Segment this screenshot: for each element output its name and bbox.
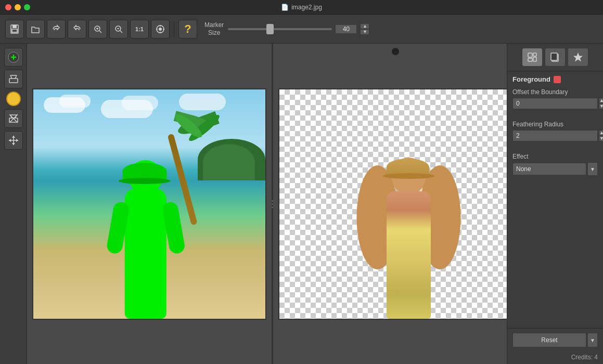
offset-label: Offset the Boundary	[512, 88, 598, 96]
svg-rect-19	[9, 79, 18, 83]
reset-dropdown-button[interactable]: ▼	[587, 333, 598, 347]
offset-up[interactable]: ▲	[599, 98, 603, 103]
svg-line-20	[10, 75, 12, 79]
marker-size-up[interactable]: ▲	[360, 23, 369, 29]
zoom-in-icon	[93, 24, 103, 34]
help-button[interactable]: ?	[178, 20, 197, 38]
extracted-person	[365, 158, 453, 319]
svg-line-21	[15, 75, 17, 79]
feathering-up[interactable]: ▲	[599, 130, 603, 136]
svg-marker-34	[16, 139, 18, 142]
credits-bar: Credits: 4	[507, 352, 603, 364]
toolbar-separator	[174, 21, 174, 37]
title-label: image2.jpg	[291, 4, 322, 11]
feathering-section: Feathering Radius ▲ ▼	[507, 118, 603, 150]
top-control-point[interactable]	[392, 48, 399, 55]
offset-input[interactable]	[512, 98, 598, 109]
erase-icon	[8, 73, 19, 85]
marker-size-stepper: ▲ ▼	[360, 23, 369, 35]
svg-marker-31	[12, 136, 15, 138]
svg-rect-36	[528, 58, 532, 61]
svg-point-11	[159, 28, 162, 31]
source-canvas[interactable]	[32, 88, 266, 320]
offset-down[interactable]: ▼	[599, 103, 603, 109]
marker-size-label: Marker Size	[204, 21, 224, 36]
layers-icon	[527, 51, 538, 63]
feathering-down[interactable]: ▼	[599, 136, 603, 141]
zoom-out-icon	[113, 24, 124, 34]
marker-size-down[interactable]: ▼	[360, 29, 369, 35]
cloud-5	[179, 94, 226, 110]
add-foreground-button[interactable]	[4, 48, 23, 67]
foreground-indicator	[554, 76, 561, 83]
cloud-4	[122, 96, 158, 110]
feathering-stepper: ▲ ▼	[599, 130, 603, 141]
move-button[interactable]	[4, 131, 23, 150]
effect-label: Effect	[512, 153, 598, 160]
svg-rect-40	[551, 53, 557, 60]
left-image-panel	[27, 44, 272, 364]
tab-layers[interactable]	[522, 48, 543, 67]
tab-star[interactable]	[568, 48, 588, 67]
tree-bg-2	[203, 144, 255, 180]
tab-copy[interactable]	[545, 48, 566, 67]
offset-section: Offset the Boundary ▲ ▼	[507, 85, 603, 118]
feathering-row: ▲ ▼	[512, 130, 598, 141]
svg-marker-32	[12, 143, 15, 145]
svg-line-9	[120, 31, 122, 33]
svg-marker-33	[9, 139, 11, 142]
erase-button[interactable]	[4, 70, 23, 88]
redo-icon	[72, 24, 82, 34]
zoom-in-button[interactable]	[88, 20, 107, 38]
svg-line-6	[99, 31, 101, 33]
maximize-button[interactable]	[24, 4, 30, 10]
body-green	[124, 189, 166, 319]
right-image-panel	[273, 44, 507, 364]
save-icon	[9, 24, 20, 34]
fit-icon	[155, 24, 165, 34]
beach-background	[33, 89, 265, 319]
result-canvas[interactable]	[278, 88, 507, 320]
marker-size-input[interactable]	[335, 24, 357, 34]
tab-bar	[507, 44, 603, 71]
marker-value-box	[335, 24, 357, 34]
effect-dropdown: None Blur Sharpen ▼	[512, 162, 598, 176]
reset-button[interactable]: Reset	[512, 333, 586, 347]
save-button[interactable]	[5, 20, 24, 38]
reset-area: Reset ▼	[507, 328, 603, 352]
brush-erase-icon	[8, 113, 19, 124]
window-controls	[5, 4, 30, 10]
zoom-out-button[interactable]	[109, 20, 128, 38]
close-button[interactable]	[5, 4, 11, 10]
marker-slider-container: ▲ ▼	[228, 23, 369, 35]
body-extracted	[387, 191, 431, 319]
minimize-button[interactable]	[15, 4, 21, 10]
marker-size-slider[interactable]	[228, 28, 332, 30]
hat-green	[122, 163, 166, 179]
hat-brim-green	[118, 178, 170, 184]
checkerboard-bg	[279, 89, 507, 319]
svg-marker-41	[573, 53, 583, 62]
canvas-area	[27, 44, 507, 364]
right-panel: Foreground Offset the Boundary ▲ ▼ Feath…	[507, 44, 603, 364]
redo-button[interactable]	[68, 20, 86, 38]
fit-button[interactable]	[151, 20, 170, 38]
feathering-input[interactable]	[512, 130, 598, 141]
window-title: 📄 image2.jpg	[281, 4, 322, 11]
undo-button[interactable]	[47, 20, 66, 38]
left-toolbar	[0, 44, 27, 364]
open-button[interactable]	[26, 20, 45, 38]
brush-erase-button[interactable]	[4, 109, 23, 128]
actual-size-button[interactable]: 1:1	[130, 20, 149, 38]
color-indicator[interactable]	[6, 92, 21, 106]
svg-rect-1	[12, 25, 17, 28]
star-icon	[572, 51, 584, 63]
foreground-label: Foreground	[512, 75, 550, 83]
offset-stepper: ▲ ▼	[599, 98, 603, 109]
add-foreground-icon	[7, 51, 20, 63]
effect-select[interactable]: None Blur Sharpen	[512, 163, 586, 175]
effect-dropdown-arrow[interactable]: ▼	[587, 162, 598, 176]
svg-rect-2	[12, 29, 17, 32]
person-silhouette-container	[105, 160, 186, 319]
svg-rect-35	[528, 53, 532, 57]
